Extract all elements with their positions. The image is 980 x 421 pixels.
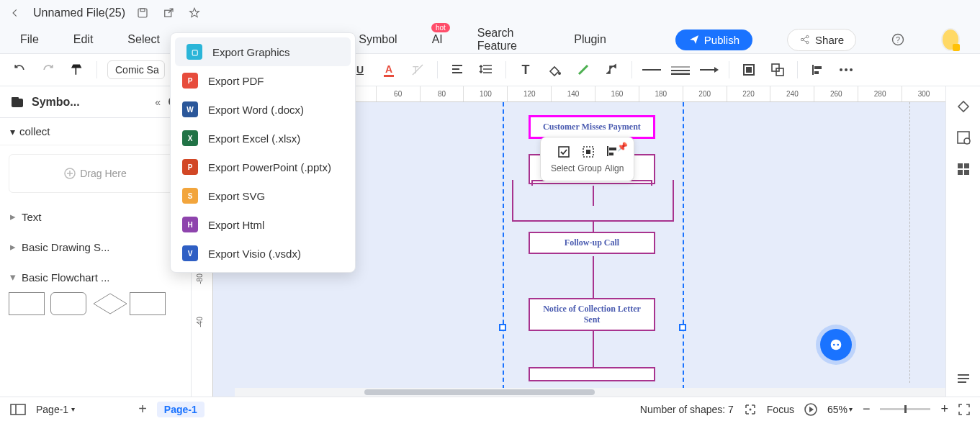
menu-select[interactable]: Select bbox=[127, 33, 159, 46]
layer-button[interactable] bbox=[740, 60, 758, 79]
connector[interactable] bbox=[673, 180, 674, 222]
back-button[interactable] bbox=[10, 8, 24, 18]
menu-symbol[interactable]: Symbol bbox=[359, 33, 397, 46]
connector-button[interactable] bbox=[603, 60, 621, 79]
connector[interactable] bbox=[593, 186, 594, 206]
page-select[interactable]: Page-1 ▾ bbox=[36, 404, 75, 415]
apps-panel-icon[interactable] bbox=[954, 160, 973, 178]
help-icon[interactable]: ? bbox=[891, 32, 907, 47]
line-style-button[interactable] bbox=[642, 60, 661, 79]
connector[interactable] bbox=[593, 330, 594, 367]
accordion-basic-drawing[interactable]: ▸Basic Drawing S... bbox=[0, 232, 191, 262]
connector[interactable] bbox=[512, 180, 513, 222]
export-visio[interactable]: VExport Visio (.vsdx) bbox=[171, 239, 355, 268]
list-panel-icon[interactable] bbox=[954, 369, 973, 388]
fill-button[interactable] bbox=[545, 60, 564, 79]
font-select[interactable]: Comic Sa bbox=[107, 60, 165, 79]
svg-point-4 bbox=[806, 35, 809, 37]
page-tab[interactable]: Page-1 bbox=[157, 402, 204, 417]
menu-ai[interactable]: AI hot bbox=[432, 33, 443, 46]
hot-badge: hot bbox=[431, 23, 450, 32]
svg-rect-18 bbox=[772, 64, 779, 71]
align-left-button[interactable] bbox=[448, 60, 467, 79]
menu-file[interactable]: File bbox=[20, 33, 39, 46]
format-painter-button[interactable] bbox=[68, 60, 86, 79]
export-graphics[interactable]: ▢Export Graphics bbox=[175, 37, 351, 66]
fill-panel-icon[interactable] bbox=[954, 96, 973, 115]
more-button[interactable] bbox=[837, 60, 855, 79]
svg-point-42 bbox=[837, 344, 839, 346]
group-button[interactable] bbox=[768, 60, 787, 79]
arrow-style-button[interactable] bbox=[700, 60, 719, 79]
publish-label: Publish bbox=[704, 34, 740, 46]
align-button[interactable] bbox=[808, 60, 827, 79]
zoom-slider[interactable] bbox=[880, 408, 930, 410]
sidebar-section-collect[interactable]: ▾collect bbox=[0, 118, 191, 145]
guide-right bbox=[683, 102, 684, 397]
font-color-button[interactable]: A bbox=[379, 60, 398, 79]
accordion-basic-flowchart[interactable]: ▾Basic Flowchart ... bbox=[0, 262, 191, 292]
properties-panel-icon[interactable] bbox=[954, 128, 973, 147]
share-button[interactable]: Share bbox=[787, 29, 856, 51]
file-name[interactable]: Unnamed File(25) bbox=[33, 6, 125, 19]
export-excel[interactable]: XExport Excel (.xlsx) bbox=[171, 124, 355, 153]
presentation-icon[interactable] bbox=[804, 403, 817, 416]
export-html[interactable]: HExport Html bbox=[171, 210, 355, 239]
menu-plugin[interactable]: Plugin bbox=[574, 33, 606, 46]
menu-edit[interactable]: Edit bbox=[73, 33, 94, 46]
group-tool-icon[interactable] bbox=[581, 145, 595, 159]
focus-label[interactable]: Focus bbox=[767, 404, 794, 415]
line-spacing-button[interactable] bbox=[477, 60, 495, 79]
svg-point-40 bbox=[831, 340, 842, 350]
flow-box-3[interactable]: Follow-up Call bbox=[529, 232, 655, 254]
connector[interactable] bbox=[593, 220, 673, 222]
fullscreen-button[interactable] bbox=[958, 404, 970, 415]
user-avatar[interactable] bbox=[941, 28, 960, 51]
connector[interactable] bbox=[512, 220, 593, 222]
select-tool-icon[interactable] bbox=[557, 145, 571, 159]
accordion-text[interactable]: ▸Text bbox=[0, 202, 191, 232]
zoom-out-button[interactable]: − bbox=[863, 402, 871, 417]
save-icon[interactable] bbox=[134, 4, 151, 22]
svg-rect-0 bbox=[138, 9, 147, 17]
horizontal-scrollbar[interactable] bbox=[235, 388, 945, 397]
export-menu: ▢Export Graphics PExport PDF WExport Wor… bbox=[170, 32, 356, 273]
star-icon[interactable] bbox=[186, 4, 203, 22]
line-weight-button[interactable] bbox=[671, 60, 690, 79]
open-external-icon[interactable] bbox=[160, 4, 177, 22]
flow-box-1[interactable]: Customer Misses Payment bbox=[529, 115, 655, 139]
export-pdf[interactable]: PExport PDF bbox=[171, 66, 355, 95]
layout-panel-icon[interactable] bbox=[10, 404, 26, 415]
shape-rhombus[interactable] bbox=[92, 292, 124, 315]
zoom-level[interactable]: 65%▾ bbox=[827, 404, 853, 415]
align-tool-icon[interactable] bbox=[606, 145, 619, 159]
clear-format-button[interactable]: T bbox=[408, 60, 427, 79]
selection-handle[interactable] bbox=[499, 324, 506, 331]
line-color-button[interactable] bbox=[574, 60, 593, 79]
connector[interactable] bbox=[593, 256, 594, 298]
selection-handle[interactable] bbox=[679, 324, 686, 331]
focus-icon[interactable] bbox=[744, 403, 757, 416]
drag-here-zone[interactable]: Drag Here bbox=[9, 154, 182, 193]
menu-search-feature[interactable]: Search Feature bbox=[477, 27, 540, 53]
export-svg[interactable]: SExport SVG bbox=[171, 181, 355, 210]
undo-button[interactable] bbox=[10, 60, 29, 79]
shape-rounded[interactable] bbox=[50, 292, 86, 315]
connector[interactable] bbox=[651, 180, 652, 186]
sidebar-expand-icon[interactable]: « bbox=[155, 96, 161, 108]
redo-button[interactable] bbox=[39, 60, 58, 79]
pin-icon[interactable]: 📌 bbox=[617, 142, 628, 152]
publish-button[interactable]: Publish bbox=[675, 30, 752, 50]
connector[interactable] bbox=[531, 180, 533, 186]
add-page-button[interactable]: + bbox=[138, 401, 147, 417]
shape-rect2[interactable] bbox=[130, 292, 166, 315]
shape-rect[interactable] bbox=[9, 292, 45, 315]
export-word[interactable]: WExport Word (.docx) bbox=[171, 95, 355, 124]
chat-assistant-button[interactable] bbox=[820, 329, 852, 361]
text-tool-button[interactable]: T bbox=[516, 60, 535, 79]
flow-box-4[interactable]: Notice of Collection Letter Sent bbox=[529, 298, 655, 331]
svg-rect-22 bbox=[814, 71, 819, 74]
flow-box-5[interactable] bbox=[529, 367, 655, 381]
zoom-in-button[interactable]: + bbox=[940, 402, 948, 417]
export-powerpoint[interactable]: PExport PowerPoint (.pptx) bbox=[171, 153, 355, 181]
